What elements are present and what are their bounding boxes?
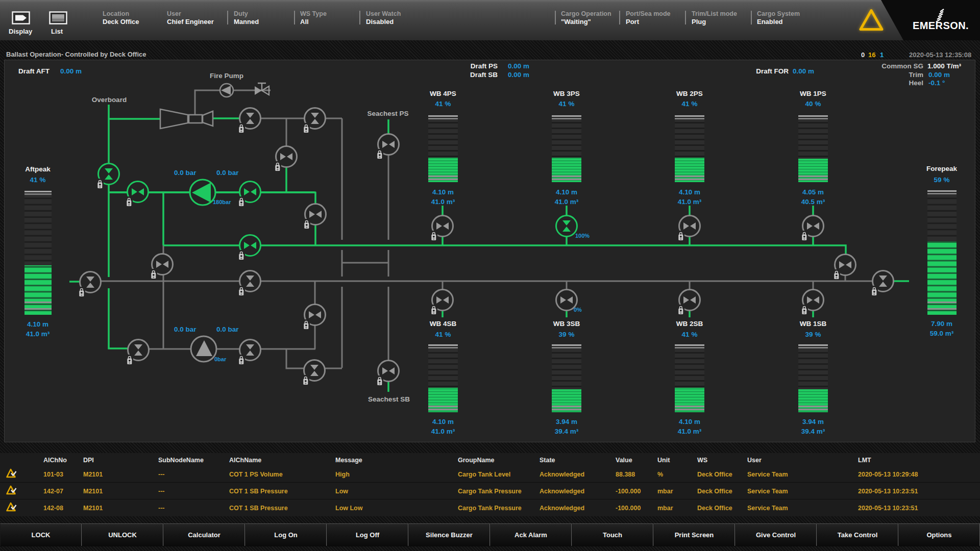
svg-text:4.10 m: 4.10 m: [432, 188, 454, 196]
svg-text:Draft PS: Draft PS: [471, 62, 498, 70]
svg-text:41.0 m³: 41.0 m³: [678, 428, 702, 435]
svg-text:0%: 0%: [574, 307, 582, 313]
svg-text:41 %: 41 %: [30, 176, 46, 184]
svg-text:0.0 bar: 0.0 bar: [174, 325, 197, 333]
svg-text:Forepeak: Forepeak: [926, 165, 958, 172]
svg-text:0.00 m: 0.00 m: [508, 71, 529, 79]
svg-text:0.00 m: 0.00 m: [928, 71, 950, 79]
svg-text:WB 4SB: WB 4SB: [430, 320, 457, 328]
svg-text:0.00 m: 0.00 m: [508, 62, 529, 70]
svg-text:Draft AFT: Draft AFT: [18, 67, 50, 75]
svg-text:180bar: 180bar: [213, 199, 231, 205]
svg-text:EMERSON.: EMERSON.: [913, 20, 969, 31]
svg-text:41 %: 41 %: [435, 331, 451, 338]
svg-text:-0.1 °: -0.1 °: [928, 79, 945, 87]
svg-text:Fire Pump: Fire Pump: [210, 72, 243, 80]
svg-text:4.10 m: 4.10 m: [432, 418, 454, 425]
svg-text:1.000 T/m³: 1.000 T/m³: [927, 62, 962, 70]
svg-text:100%: 100%: [575, 233, 590, 239]
svg-text:WB 2PS: WB 2PS: [676, 90, 703, 97]
svg-text:WB 2SB: WB 2SB: [676, 320, 703, 328]
svg-text:4.10 m: 4.10 m: [679, 418, 700, 425]
svg-text:59 %: 59 %: [934, 176, 950, 184]
svg-text:Trim: Trim: [909, 71, 923, 79]
svg-text:4.10 m: 4.10 m: [556, 188, 577, 196]
svg-text:Overboard: Overboard: [92, 96, 127, 104]
svg-text:0.00 m: 0.00 m: [793, 67, 814, 75]
svg-text:Seachest SB: Seachest SB: [368, 395, 410, 403]
svg-text:WB 4PS: WB 4PS: [430, 90, 456, 97]
svg-text:41.0 m³: 41.0 m³: [26, 330, 50, 338]
svg-text:Draft FOR: Draft FOR: [756, 67, 789, 75]
svg-text:Draft SB: Draft SB: [470, 71, 498, 79]
svg-text:4.10 m: 4.10 m: [679, 188, 700, 196]
svg-text:3.94 m: 3.94 m: [802, 418, 824, 425]
svg-text:41 %: 41 %: [682, 100, 698, 108]
svg-text:39.4 m³: 39.4 m³: [555, 428, 579, 435]
svg-text:Heel: Heel: [909, 79, 923, 87]
svg-text:0.0 bar: 0.0 bar: [216, 325, 239, 333]
svg-text:41 %: 41 %: [682, 331, 698, 338]
svg-text:0bar: 0bar: [214, 356, 227, 362]
svg-text:Seachest PS: Seachest PS: [367, 110, 408, 117]
svg-text:Aftpeak: Aftpeak: [25, 165, 51, 173]
svg-text:WB 3PS: WB 3PS: [553, 90, 580, 97]
svg-text:59.0 m³: 59.0 m³: [930, 330, 954, 337]
svg-text:WB 1PS: WB 1PS: [800, 90, 826, 97]
svg-text:41.0 m³: 41.0 m³: [678, 198, 702, 206]
svg-text:39 %: 39 %: [805, 331, 821, 338]
svg-text:4.05 m: 4.05 m: [802, 188, 824, 196]
svg-text:WB 3SB: WB 3SB: [553, 320, 580, 328]
svg-text:39.4 m³: 39.4 m³: [801, 428, 825, 435]
svg-text:41 %: 41 %: [559, 100, 575, 108]
svg-text:0.00 m: 0.00 m: [60, 67, 82, 75]
svg-text:39 %: 39 %: [559, 331, 575, 338]
svg-text:3.94 m: 3.94 m: [556, 418, 577, 425]
svg-text:0.0 bar: 0.0 bar: [216, 169, 239, 177]
svg-text:WB 1SB: WB 1SB: [800, 320, 827, 328]
svg-text:4.10 m: 4.10 m: [27, 320, 48, 328]
svg-text:41.0 m³: 41.0 m³: [555, 198, 579, 206]
svg-text:Common SG: Common SG: [881, 62, 923, 70]
svg-text:41.0 m³: 41.0 m³: [431, 198, 455, 206]
svg-text:41 %: 41 %: [435, 100, 451, 108]
svg-text:7.90 m: 7.90 m: [931, 320, 952, 328]
svg-text:40.5 m³: 40.5 m³: [801, 198, 825, 206]
svg-text:41.0 m³: 41.0 m³: [431, 428, 455, 435]
svg-text:0.0 bar: 0.0 bar: [174, 169, 197, 177]
svg-text:40 %: 40 %: [805, 100, 821, 108]
